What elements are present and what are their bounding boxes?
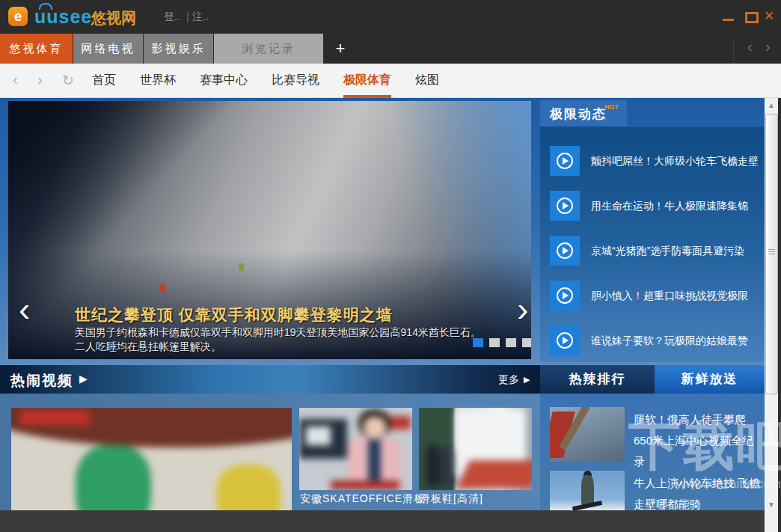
menu-item-gallery[interactable]: 炫图 — [415, 64, 439, 98]
close-button[interactable]: ✕ — [764, 8, 774, 24]
video-thumbnail[interactable] — [419, 408, 532, 490]
list-item-thumbnail[interactable] — [550, 407, 625, 462]
hero-title[interactable]: 世纪之攀登顶 仅靠双手和双脚攀登黎明之墙 — [75, 305, 393, 325]
login-link[interactable]: 登.. — [164, 10, 180, 24]
vertical-scrollbar[interactable]: ▲ ▼ — [765, 98, 778, 532]
hot-badge: HOT — [604, 103, 619, 111]
page-content: 世纪之攀登顶 仅靠双手和双脚攀登黎明之墙 美国男子约根森和卡德威仅靠双手和双脚用… — [0, 98, 781, 532]
menu-item-extreme-sports[interactable]: 极限体育 — [343, 64, 391, 98]
list-item-title[interactable]: 腿软！俄高人徒手攀爬650米上海中心视频全纪录 — [634, 409, 761, 472]
sidebar-title: 极限动态 — [550, 106, 607, 123]
hero-description: 美国男子约根森和卡德威仅靠双手和双脚用时19天登顶美地国家公园高914米酋长巨石… — [75, 325, 483, 354]
video-caption[interactable]: 安徽SKATEOFFICE滑板 — [300, 492, 425, 506]
tab-browse-history[interactable]: 浏览记录 — [214, 34, 323, 64]
list-item-title[interactable]: 牛人上演小轮车绝技 飞檐走壁哪都能骑 — [634, 473, 761, 515]
sidebar-video-item[interactable]: 颤抖吧屌丝！大师级小轮车飞檐走壁 — [540, 138, 765, 183]
refresh-icon[interactable]: ↻ — [62, 72, 74, 89]
climber-figure — [239, 263, 244, 271]
tab-hot-ranking[interactable]: 热辣排行 — [540, 365, 655, 394]
sidebar-video-item[interactable]: 谁说妹子要软？玩极限的姑娘最赞 — [540, 318, 765, 363]
logo-accent-icon — [39, 3, 52, 10]
login-divider: | — [186, 10, 189, 22]
app-window: e uusee 悠视网 登.. | 注.. ✕ 悠视体育 网络电视 影视娱乐 浏… — [0, 0, 781, 532]
hot-videos-header: 热闹视频 ▶ 更多 ▶ — [0, 365, 540, 394]
menu-item-world-cup[interactable]: 世界杯 — [140, 64, 176, 98]
uusee-logo-icon: e — [8, 7, 28, 26]
tab-movies-entertainment[interactable]: 影视娱乐 — [144, 34, 213, 64]
tab-scroll-right-icon[interactable]: › — [765, 38, 771, 55]
forward-icon[interactable]: › — [37, 70, 43, 88]
scrollbar-thumb[interactable] — [765, 114, 778, 394]
browser-tab-bar: 悠视体育 网络电视 影视娱乐 浏览记录 + ‹ › — [0, 34, 781, 64]
tab-scroll-left-icon[interactable]: ‹ — [747, 38, 753, 55]
scroll-down-icon[interactable]: ▼ — [765, 501, 778, 509]
tab-fresh-releases[interactable]: 新鲜放送 — [655, 365, 765, 394]
play-icon[interactable] — [550, 146, 580, 176]
thumbnail-image — [419, 408, 532, 490]
video-title[interactable]: 用生命在运动！牛人极限速降集锦 — [591, 200, 759, 213]
title-bar: e uusee 悠视网 登.. | 注.. ✕ — [0, 0, 781, 34]
sidebar-header: 极限动态 HOT — [540, 100, 627, 126]
site-name: 悠视网 — [91, 8, 136, 28]
carousel-prev-icon[interactable]: ‹ — [19, 292, 30, 326]
minimize-button[interactable] — [723, 19, 734, 21]
maximize-button[interactable] — [745, 12, 759, 23]
menu-item-match-guide[interactable]: 比赛导视 — [272, 64, 319, 98]
hot-videos-strip: 安徽SKATEOFFICE滑板 滑板鞋[高清] — [0, 394, 540, 510]
main-menu: 首页 世界杯 赛事中心 比赛导视 极限体育 炫图 — [92, 64, 463, 98]
climber-figure — [160, 284, 165, 292]
sidebar-video-item[interactable]: 用生命在运动！牛人极限速降集锦 — [540, 183, 765, 228]
tab-uusee-sports[interactable]: 悠视体育 — [0, 34, 73, 64]
menu-item-home[interactable]: 首页 — [92, 64, 116, 98]
section-title-arrow-icon: ▶ — [79, 373, 88, 385]
video-title[interactable]: 谁说妹子要软？玩极限的姑娘最赞 — [591, 334, 759, 348]
sidebar-video-item[interactable]: 京城“光猪跑”选手防毒面具避污染 — [540, 228, 765, 273]
sidebar-panel: 颤抖吧屌丝！大师级小轮车飞檐走壁 用生命在运动！牛人极限速降集锦 京城“光猪跑”… — [540, 127, 765, 362]
carousel-dot[interactable] — [473, 338, 483, 347]
back-icon[interactable]: ‹ — [13, 70, 18, 88]
video-caption[interactable]: 滑板鞋[高清] — [420, 492, 483, 506]
scrollbar-grip — [768, 249, 775, 255]
carousel-next-icon[interactable]: › — [517, 292, 528, 326]
nav-toolbar: ‹ › ↻ 首页 世界杯 赛事中心 比赛导视 极限体育 炫图 — [0, 64, 781, 98]
thumbnail-image — [299, 408, 412, 490]
window-frame-edge — [778, 98, 781, 532]
play-icon[interactable] — [550, 236, 580, 266]
video-title[interactable]: 京城“光猪跑”选手防毒面具避污染 — [591, 245, 759, 258]
new-tab-button[interactable]: + — [330, 38, 351, 59]
tab-web-tv[interactable]: 网络电视 — [73, 34, 143, 64]
tabbar-divider — [733, 37, 734, 61]
video-thumbnail[interactable] — [299, 408, 412, 490]
play-icon[interactable] — [550, 191, 580, 221]
bottom-dark-bar — [0, 510, 765, 532]
video-thumbnail-large[interactable] — [11, 408, 292, 510]
play-icon[interactable] — [550, 325, 580, 355]
more-link[interactable]: 更多 — [498, 373, 519, 387]
more-arrow-icon[interactable]: ▶ — [524, 375, 530, 385]
carousel-dot[interactable] — [506, 338, 516, 347]
sidebar-video-item[interactable]: 胆小慎入！超重口味挑战视觉极限 — [540, 273, 765, 318]
thumbnail-image — [11, 408, 292, 510]
hero-carousel[interactable]: 世纪之攀登顶 仅靠双手和双脚攀登黎明之墙 美国男子约根森和卡德威仅靠双手和双脚用… — [8, 101, 531, 359]
carousel-dot[interactable] — [489, 338, 500, 347]
carousel-dots — [467, 338, 531, 347]
video-title[interactable]: 胆小慎入！超重口味挑战视觉极限 — [591, 290, 759, 303]
menu-item-match-center[interactable]: 赛事中心 — [200, 64, 248, 98]
register-link[interactable]: 注.. — [192, 10, 209, 24]
video-title[interactable]: 颤抖吧屌丝！大师级小轮车飞檐走壁 — [591, 155, 759, 168]
section-title: 热闹视频 — [10, 371, 73, 391]
logo-letter: e — [14, 8, 22, 24]
play-icon[interactable] — [550, 281, 580, 311]
carousel-dot[interactable] — [522, 338, 531, 347]
scroll-up-icon[interactable]: ▲ — [765, 101, 778, 109]
